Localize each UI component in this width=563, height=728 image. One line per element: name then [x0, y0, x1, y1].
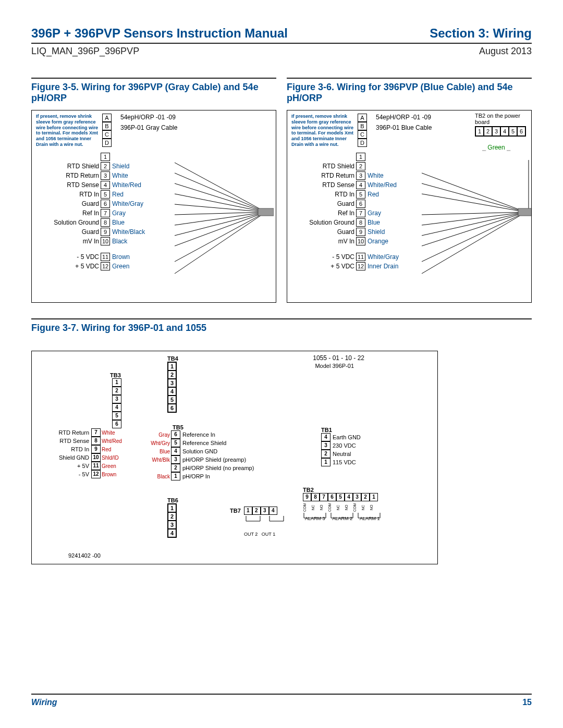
- pin-number: 4: [171, 447, 180, 455]
- wire-color: Red: [365, 191, 379, 198]
- pin-label: RTD Shield: [287, 163, 356, 170]
- section-title: Section 3: Wiring: [430, 26, 532, 41]
- cell: 4: [168, 529, 176, 537]
- doc-date: August 2013: [479, 46, 532, 57]
- cell: 3: [492, 127, 500, 136]
- out2-label: OUT 2: [244, 532, 258, 537]
- cell: A: [358, 114, 367, 122]
- cell: 5: [509, 127, 517, 136]
- pin-number: 4: [112, 403, 121, 412]
- figure-3-5-caption: Figure 3-5. Wiring for 396PVP (Gray Cabl…: [31, 78, 276, 104]
- fig5-model: 54epH/ORP -01 -09: [120, 114, 176, 121]
- wire-color: Blue: [110, 219, 125, 226]
- wire-color: Black: [110, 238, 127, 245]
- fig5-cable: 396P-01 Gray Cable: [120, 124, 177, 131]
- cell: B: [358, 122, 367, 130]
- tb3: TB3 123456RTD Return7WhiteRTD Sense8Wht/…: [53, 372, 123, 478]
- cell: B: [102, 122, 112, 130]
- pin-number: 9: [91, 445, 101, 453]
- pin-label: Guard: [32, 200, 101, 207]
- figure-3-7-caption: Figure 3-7. Wiring for 396P-01 and 1055: [31, 318, 532, 344]
- sub-label: COM: [303, 502, 311, 513]
- cell: C: [102, 130, 112, 139]
- tb1-label: TB1: [321, 427, 332, 433]
- cell: 6: [328, 493, 336, 501]
- cell: 4: [168, 387, 176, 396]
- pin-label: RTD In: [53, 446, 89, 452]
- pin-label: Solution Ground: [287, 219, 356, 226]
- page-header: 396P + 396PVP Sensors Instruction Manual…: [31, 26, 532, 44]
- wire-color: Gray: [110, 209, 126, 217]
- pin-number: 2: [171, 464, 180, 472]
- cell: 9: [303, 493, 311, 501]
- cell: 7: [320, 493, 328, 501]
- wire-color: Brown: [102, 472, 116, 477]
- sub-label: COM: [353, 502, 361, 513]
- pin-number: 1: [112, 378, 121, 387]
- pin-number: 8: [356, 218, 365, 227]
- tb2-label: TB2: [303, 487, 386, 493]
- fig6-pins: 1RTD Shield2RTD Return3WhiteRTD Sense4Wh…: [287, 152, 399, 271]
- wire-color: Blue: [365, 219, 380, 226]
- pin-label: - 5 VDC: [32, 253, 101, 261]
- fig6-model: 54epH/ORP -01 -09: [376, 114, 431, 121]
- pin-number: 5: [112, 412, 121, 420]
- pin-number: 1: [321, 458, 331, 466]
- cell: 2: [252, 507, 261, 515]
- pin-label: mV In: [32, 238, 101, 245]
- tb2-block: TB2 on the power board 1 2 3 4 5 6: [475, 113, 527, 137]
- pin-number: 3: [356, 171, 365, 180]
- pin-number: 5: [356, 190, 365, 199]
- pin-number: 12: [91, 470, 101, 478]
- fig5-pins: 1RTD Shield2ShieldRTD Return3WhiteRTD Se…: [32, 152, 145, 271]
- fig7-submodel: Model 396P-01: [315, 363, 354, 369]
- pin-number: 1: [101, 153, 110, 161]
- svg-rect-0: [258, 208, 274, 216]
- pin-label: + 5V: [53, 463, 89, 469]
- pin-number: 12: [101, 262, 110, 270]
- cell: 6: [168, 404, 176, 412]
- fig6-letter-column: A B C D: [358, 114, 367, 147]
- cell: 2: [484, 127, 492, 136]
- pin-label: Guard: [287, 228, 356, 236]
- cell: D: [358, 139, 367, 147]
- sub-header: LIQ_MAN_396P_396PVP August 2013: [31, 46, 532, 57]
- fig7-model: 1055 - 01 - 10 - 22: [313, 354, 364, 362]
- pin-number: 8: [101, 218, 110, 227]
- cell: 5: [336, 493, 345, 501]
- pin-label: mV In: [287, 238, 356, 245]
- pin-number: 12: [356, 262, 365, 270]
- pin-number: 10: [356, 237, 365, 245]
- pin-label: Earth GND: [333, 434, 361, 440]
- sub-label: NO: [320, 502, 328, 513]
- wire-color: Brown: [110, 253, 130, 261]
- pin-number: 11: [91, 462, 101, 470]
- cell: 1: [475, 127, 484, 136]
- figure-3-5: Figure 3-5. Wiring for 396PVP (Gray Cabl…: [31, 72, 276, 303]
- pin-label: 115 VDC: [333, 459, 356, 465]
- pin-number: 11: [356, 253, 365, 261]
- alarm-label: ALARM 1: [360, 516, 380, 521]
- tb5-label: TB5: [173, 424, 183, 430]
- wire-color: Black: [149, 474, 170, 479]
- pin-label: RTD Return: [287, 172, 356, 179]
- cell: 2: [168, 371, 176, 379]
- pin-number: 8: [91, 437, 101, 445]
- wire-color: Inner Drain: [365, 263, 398, 270]
- pin-number: 2: [321, 450, 331, 458]
- sub-label: NC: [361, 502, 370, 513]
- sub-label: COM: [328, 502, 336, 513]
- cell: A: [102, 114, 112, 122]
- pin-label: Reference In: [182, 431, 215, 438]
- pin-label: Ref In: [32, 209, 101, 217]
- pin-label: - 5V: [53, 471, 89, 477]
- pin-number: 3: [171, 455, 180, 464]
- pin-number: 1: [356, 153, 365, 161]
- tb2: TB2 987654321 COMNCNOCOMNCNOCOMNCNO ALAR…: [303, 487, 386, 523]
- pin-number: 3: [112, 395, 121, 403]
- green-wire-label: ⎯ Green ⎯: [482, 144, 510, 151]
- cell: 3: [261, 507, 269, 515]
- pin-number: 9: [101, 228, 110, 236]
- cell: 1: [168, 504, 176, 512]
- pin-number: 9: [356, 228, 365, 236]
